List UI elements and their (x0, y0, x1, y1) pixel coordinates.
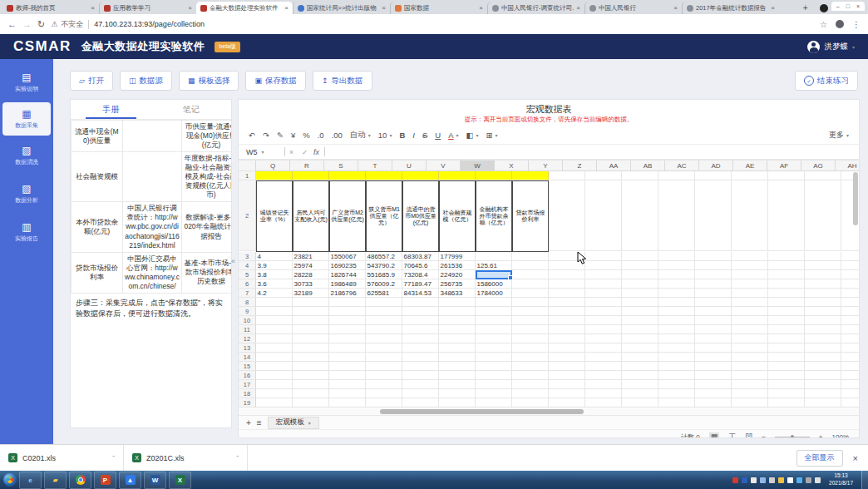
cell-Z11[interactable] (585, 325, 622, 334)
cell-T10[interactable] (366, 316, 402, 325)
cell-V2[interactable]: 社会融资规模（亿元） (439, 180, 476, 252)
cell-AB10[interactable] (658, 316, 695, 325)
row-header-13[interactable]: 13 (239, 343, 256, 353)
row-header-2[interactable]: 2 (239, 180, 256, 251)
cell-U4[interactable]: 70645.6 (402, 261, 439, 270)
cell-U16[interactable] (402, 371, 439, 380)
cell-S6[interactable]: 1986489 (329, 279, 366, 289)
cell-W10[interactable] (476, 316, 512, 325)
sheet-list-icon[interactable]: ≡ (257, 418, 262, 427)
cell-AC2[interactable] (695, 180, 732, 251)
browser-tab[interactable]: 中国人民银行-调查统计司…× (487, 2, 584, 14)
cell-AB6[interactable] (658, 279, 695, 289)
cell-X2[interactable]: 贷款市场报价利率 (512, 180, 549, 252)
cell-AG15[interactable] (841, 362, 859, 371)
cell-AE13[interactable] (768, 343, 805, 353)
tray-icon[interactable] (732, 477, 738, 483)
cell-AB19[interactable] (658, 398, 695, 408)
cell-Y17[interactable] (549, 380, 585, 389)
cell-AG14[interactable] (841, 353, 859, 362)
cell-T3[interactable]: 486557.2 (366, 252, 402, 261)
cell-W19[interactable] (476, 398, 512, 408)
browser-tab[interactable]: 金融大数据处理实验软件× (196, 2, 293, 14)
row-header-6[interactable]: 6 (239, 279, 256, 289)
cell-AA11[interactable] (622, 325, 658, 334)
cell-T7[interactable]: 625581 (366, 289, 402, 298)
column-header-AC[interactable]: AC (665, 161, 699, 171)
cell-X8[interactable] (512, 298, 549, 307)
show-desktop-button[interactable] (861, 471, 868, 489)
address-field[interactable]: ⚠ 不安全 47.100.223.13:93/page/collection (51, 17, 814, 31)
tray-icon[interactable] (769, 477, 775, 483)
cell-AB3[interactable] (658, 252, 695, 261)
row-header-18[interactable]: 18 (239, 389, 256, 398)
cell-X13[interactable] (512, 343, 549, 353)
cell-AB5[interactable] (658, 270, 695, 279)
cell-X12[interactable] (512, 334, 549, 343)
row-header-4[interactable]: 4 (239, 261, 256, 270)
cell-W3[interactable] (476, 252, 512, 261)
cell-R14[interactable] (293, 353, 329, 362)
cell-AE12[interactable] (768, 334, 805, 343)
cell-X18[interactable] (512, 389, 549, 398)
cell-T13[interactable] (366, 343, 402, 353)
cell-AG6[interactable] (841, 279, 859, 289)
number-format-select[interactable]: 自动▾ (350, 130, 371, 141)
cell-AC6[interactable] (695, 279, 732, 289)
column-header-S[interactable]: S (324, 161, 358, 171)
cell-U12[interactable] (402, 334, 439, 343)
cell-AE8[interactable] (768, 298, 805, 307)
currency-icon[interactable]: ¥ (291, 131, 295, 140)
cell-V5[interactable]: 224920 (439, 270, 476, 279)
tray-icon[interactable] (815, 477, 821, 483)
cell-U1[interactable] (402, 171, 439, 180)
cell-V14[interactable] (439, 353, 476, 362)
cell-T9[interactable] (366, 307, 402, 316)
cell-AC5[interactable] (695, 270, 732, 279)
cell-AB9[interactable] (658, 307, 695, 316)
cell-Q2[interactable]: 城镇登记失业率（%） (256, 180, 293, 252)
cell-AC12[interactable] (695, 334, 732, 343)
cell-R3[interactable]: 23821 (293, 252, 329, 261)
cell-AC11[interactable] (695, 325, 732, 334)
导出数据-button[interactable]: ↥导出数据 (313, 71, 372, 91)
close-tab-icon[interactable]: × (576, 4, 580, 12)
row-header-12[interactable]: 12 (239, 334, 256, 343)
cell-V16[interactable] (439, 371, 476, 380)
row-header-19[interactable]: 19 (239, 398, 256, 408)
cell-AC18[interactable] (695, 389, 732, 398)
cell-Q12[interactable] (256, 334, 293, 343)
column-header-W[interactable]: W (461, 161, 495, 171)
cell-W14[interactable] (476, 353, 512, 362)
cell-U11[interactable] (402, 325, 439, 334)
cell-AD18[interactable] (732, 389, 768, 398)
cell-AB12[interactable] (658, 334, 695, 343)
模板选择-button[interactable]: ▦模板选择 (179, 71, 239, 91)
cell-AE15[interactable] (768, 362, 805, 371)
cell-AD10[interactable] (732, 316, 768, 325)
forward-icon[interactable]: → (22, 19, 32, 29)
cell-Q7[interactable]: 4.2 (256, 289, 293, 298)
cell-T14[interactable] (366, 353, 402, 362)
cell-AA8[interactable] (622, 298, 658, 307)
row-header-15[interactable]: 15 (239, 362, 256, 371)
browser-tab[interactable]: 国家数据× (390, 2, 487, 14)
cell-AD4[interactable] (732, 261, 768, 270)
cell-X3[interactable] (512, 252, 549, 261)
column-header-Y[interactable]: Y (529, 161, 563, 171)
cell-AD12[interactable] (732, 334, 768, 343)
row-header-16[interactable]: 16 (239, 371, 256, 380)
cell-T2[interactable]: 狭义货币M1供应量（亿元） (366, 180, 402, 252)
cell-AE16[interactable] (768, 371, 805, 380)
cell-T4[interactable]: 543790.2 (366, 261, 402, 270)
cell-Z13[interactable] (585, 343, 622, 353)
cell-AF2[interactable] (805, 180, 841, 251)
download-item[interactable]: XZ0201C.xlsˆ (124, 445, 248, 471)
cell-AE19[interactable] (768, 398, 805, 408)
grid-view-icon[interactable]: ▦ (709, 432, 720, 438)
cell-AA18[interactable] (622, 389, 658, 398)
tray-icon[interactable] (796, 477, 802, 483)
cell-Q17[interactable] (256, 380, 293, 389)
cell-U10[interactable] (402, 316, 439, 325)
cell-Y10[interactable] (549, 316, 585, 325)
